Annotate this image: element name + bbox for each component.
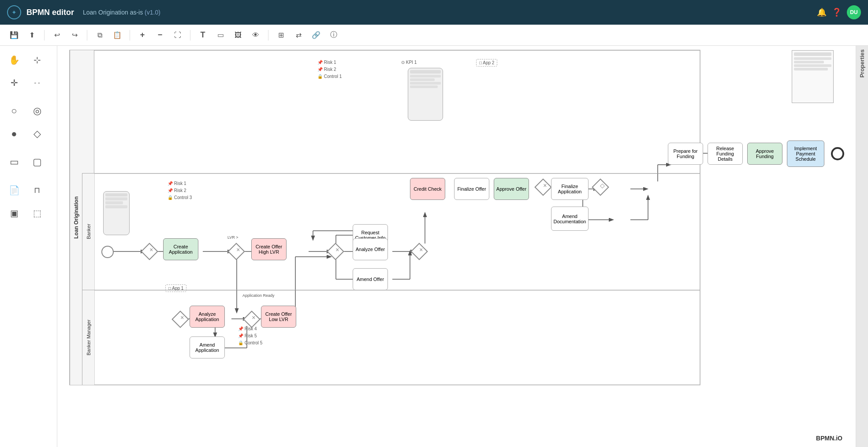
rectangle-tool[interactable]: ▭ <box>4 151 25 173</box>
lvr-annotation: LVR > <box>227 235 238 240</box>
text-button[interactable]: T <box>196 28 210 42</box>
fit-button[interactable]: ⛶ <box>171 28 185 42</box>
amend-documentation-task[interactable]: Amend Documentation <box>551 207 589 231</box>
circle-double-tool[interactable]: ◎ <box>26 100 48 122</box>
main-area: ✋ ⊹ ✛ - - ○ ◎ ● ◇ ▭ ▢ 📄 ⊓ ▣ ⬚ <box>0 46 868 447</box>
start-event[interactable] <box>101 246 114 258</box>
create-offer-high-lvr-task[interactable]: Create Offer High LVR <box>251 238 287 260</box>
analyze-offer-task[interactable]: Analyze Offer <box>353 238 388 260</box>
banker-manager-lane-label: Banker Manager <box>82 290 94 385</box>
analyze-application-task[interactable]: Analyze Application <box>190 306 225 328</box>
grid-button[interactable]: ⊞ <box>274 28 288 42</box>
zoom-in-button[interactable]: + <box>135 28 149 42</box>
zoom-out-button[interactable]: − <box>153 28 167 42</box>
logo-icon: ✦ <box>7 5 21 19</box>
select-tool[interactable]: ⊹ <box>26 49 48 70</box>
connect-tool[interactable]: - - <box>26 72 48 93</box>
rect-button[interactable]: ▭ <box>213 28 227 42</box>
credit-check-task[interactable]: Credit Check <box>410 178 445 200</box>
bpmn-canvas: Loan Origination Banker Banker Manager 📌… <box>57 46 856 447</box>
create-offer-low-lvr-task[interactable]: Create Offer Low LVR <box>261 306 296 328</box>
diagram-name: Loan Origination as-is (v1.0) <box>83 9 160 16</box>
banker-manager-lane: Banker Manager <box>82 290 700 385</box>
finalize-application-task[interactable]: Finalize Application <box>551 178 589 200</box>
user-avatar[interactable]: DU <box>847 5 861 19</box>
approve-funding-task[interactable]: Approve Funding <box>747 143 782 165</box>
container-tool[interactable]: ▣ <box>4 203 25 224</box>
info-button[interactable]: ⓘ <box>327 28 341 42</box>
finalize-offer-task[interactable]: Finalize Offer <box>454 178 489 200</box>
save-button[interactable]: 💾 <box>7 28 21 42</box>
prepare-for-funding-task[interactable]: Prepare for Funding <box>668 143 703 165</box>
phone-mockup-banker <box>103 191 130 235</box>
undo-button[interactable]: ↩ <box>50 28 64 42</box>
right-panel[interactable]: Properties <box>856 46 868 447</box>
swimlane-main-label: Loan Origination <box>70 50 82 385</box>
view-button[interactable]: 👁 <box>249 28 263 42</box>
document-tool[interactable]: 📄 <box>4 180 25 201</box>
copy-button[interactable]: ⧉ <box>93 28 107 42</box>
toolbar: 💾 ⬆ ↩ ↪ ⧉ 📋 + − ⛶ T ▭ 🖼 👁 ⊞ ⇄ 🔗 ⓘ <box>0 25 868 46</box>
header: ✦ BPMN editor Loan Origination as-is (v1… <box>0 0 868 25</box>
end-event[interactable] <box>831 147 844 160</box>
implement-payment-schedule-task[interactable]: Implement Payment Schedule <box>787 140 824 167</box>
banker-lane-label: Banker <box>82 174 94 290</box>
properties-label: Properties <box>859 49 865 81</box>
circle-empty-tool[interactable]: ○ <box>4 100 25 122</box>
dashed-rect-tool[interactable]: ⬚ <box>26 203 48 224</box>
image-button[interactable]: 🖼 <box>231 28 245 42</box>
release-funding-details-task[interactable]: Release Funding Details <box>708 143 743 165</box>
move-tool[interactable]: ✛ <box>4 72 25 93</box>
left-tool-panel: ✋ ⊹ ✛ - - ○ ◎ ● ◇ ▭ ▢ 📄 ⊓ ▣ ⬚ <box>0 46 57 447</box>
top-lane-annotations: 📌 Risk 1 📌 Risk 2 🔒 Control 1 <box>317 59 342 80</box>
approve-offer-task[interactable]: Approve Offer <box>494 178 529 200</box>
app1-annotation: □ App 1 <box>165 284 186 292</box>
app-title: BPMN editor <box>26 8 74 17</box>
link-button[interactable]: 🔗 <box>309 28 323 42</box>
phone-mockup-top <box>408 68 443 121</box>
diamond-tool[interactable]: ◇ <box>26 123 48 144</box>
top-lane <box>82 50 700 174</box>
amend-application-task[interactable]: Amend Application <box>190 336 225 358</box>
banker-annotations: 📌 Risk 1 📌 Risk 2 🔒 Control 3 <box>168 180 192 201</box>
notification-icon[interactable]: 🔔 <box>817 7 827 17</box>
paste-button[interactable]: 📋 <box>110 28 124 42</box>
redo-button[interactable]: ↪ <box>67 28 82 42</box>
rounded-rect-tool[interactable]: ▢ <box>26 151 48 173</box>
header-actions: 🔔 ❓ DU <box>817 5 861 19</box>
help-icon[interactable]: ❓ <box>832 7 842 17</box>
app2-annotation: □ App 2 <box>476 59 497 66</box>
bm-annotations: 📌 Risk 4 📌 Risk 5 🔒 Control 5 <box>238 325 262 347</box>
amend-offer-task[interactable]: Amend Offer <box>353 268 388 290</box>
share-button[interactable]: ⇄ <box>291 28 305 42</box>
hand-tool[interactable]: ✋ <box>4 49 25 70</box>
export-button[interactable]: ⬆ <box>25 28 39 42</box>
application-ready-annotation: Application Ready <box>242 293 275 298</box>
cylinder-tool[interactable]: ⊓ <box>26 180 48 201</box>
properties-thumbnail <box>792 50 834 103</box>
circle-bold-tool[interactable]: ● <box>4 123 25 144</box>
create-application-task[interactable]: Create Application <box>163 238 198 260</box>
kpi-annotation: ⊙ KPI 1 <box>401 59 417 66</box>
bpmn-brand: BPMN.iO <box>816 435 842 442</box>
top-lane-label <box>82 50 94 173</box>
canvas-area[interactable]: Loan Origination Banker Banker Manager 📌… <box>57 46 856 447</box>
